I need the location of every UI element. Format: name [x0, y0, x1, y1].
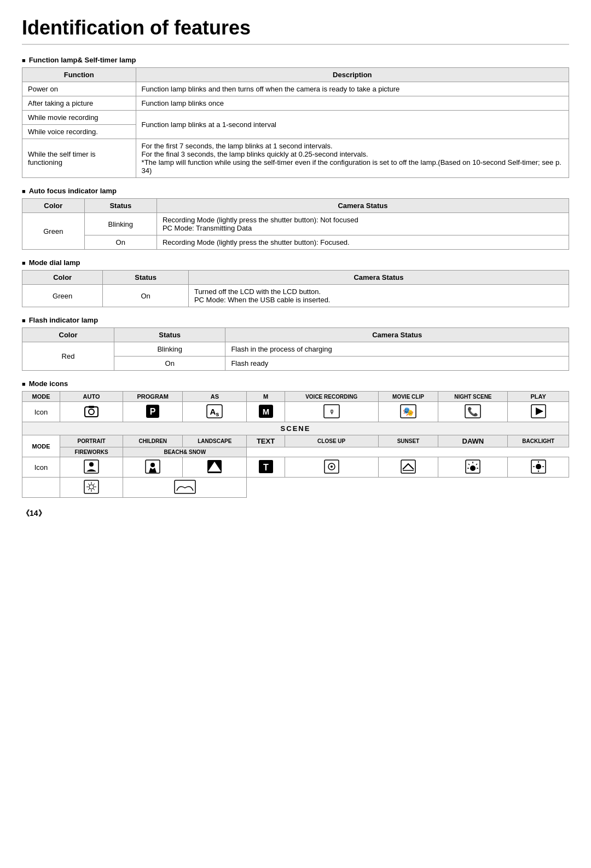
- svg-point-44: [89, 485, 94, 489]
- function-cell: Power on: [22, 82, 136, 96]
- svg-point-38: [536, 464, 541, 469]
- table-row: Green Blinking Recording Mode (lightly p…: [22, 213, 569, 235]
- icon-closeup: [285, 457, 378, 478]
- svg-line-50: [93, 488, 95, 490]
- camera-status-cell: Recording Mode (lightly press the shutte…: [157, 213, 569, 235]
- svg-point-18: [89, 462, 94, 467]
- svg-text:📞: 📞: [467, 406, 478, 417]
- svg-text:P: P: [150, 407, 156, 416]
- color-cell: Green: [22, 285, 103, 307]
- description-cell: For the first 7 seconds, the lamp blinks…: [136, 139, 569, 178]
- mode-header-voice: VOICE RECORDING: [285, 392, 378, 402]
- svg-point-31: [470, 465, 476, 471]
- svg-text:🎙: 🎙: [328, 409, 334, 415]
- table-row: Power on Function lamp blinks and then t…: [22, 82, 569, 96]
- camera-status-cell: Recording Mode (lightly press the shutte…: [157, 235, 569, 250]
- table-row: Icon T: [22, 457, 569, 478]
- svg-point-27: [331, 465, 333, 468]
- table-row: While the self timer is functioning For …: [22, 139, 569, 178]
- icon-backlight: [508, 457, 569, 478]
- function-cell: While voice recording.: [22, 125, 136, 139]
- function-cell: After taking a picture: [22, 96, 136, 111]
- fi-col-color: Color: [22, 328, 114, 342]
- status-cell: On: [84, 235, 157, 250]
- icon-landscape: [183, 457, 247, 478]
- table-row: FIREWORKS BEACH& SNOW: [22, 447, 569, 457]
- mode-header-as: AS: [183, 392, 247, 402]
- svg-line-51: [93, 484, 95, 485]
- mode-dial-section-label: Mode dial lamp: [22, 258, 569, 267]
- scene-children: CHILDREN: [123, 435, 183, 447]
- icon-voice: 🎙: [285, 402, 378, 422]
- icon-children: [123, 457, 183, 478]
- mode-dial-table: Color Status Camera Status Green On Turn…: [22, 270, 569, 307]
- scene-fireworks: FIREWORKS: [60, 447, 123, 457]
- mode-header-night: NIGHT SCENE: [438, 392, 508, 402]
- icon-sunset: [378, 457, 438, 478]
- table-row: Green On Turned off the LCD with the LCD…: [22, 285, 569, 307]
- empty-mode-label: [22, 478, 60, 498]
- scene-dawn: DAWN: [438, 435, 508, 447]
- svg-line-49: [88, 484, 90, 485]
- status-cell: Blinking: [114, 342, 225, 357]
- fi-col-status: Status: [114, 328, 225, 342]
- function-lamp-col-description: Description: [136, 68, 569, 82]
- md-col-color: Color: [22, 271, 103, 285]
- color-cell: Red: [22, 342, 114, 371]
- mode-header-auto: AUTO: [60, 392, 123, 402]
- camera-status-cell: Flash in the process of charging: [225, 342, 569, 357]
- description-cell: Function lamp blinks at a 1-second inter…: [136, 111, 569, 139]
- icon-portrait: [60, 457, 123, 478]
- svg-rect-2: [89, 406, 94, 408]
- icon-auto: [60, 402, 123, 422]
- description-cell: Function lamp blinks and then turns off …: [136, 82, 569, 96]
- svg-point-20: [150, 463, 155, 467]
- auto-focus-section-label: Auto focus indicator lamp: [22, 187, 569, 195]
- table-row: Icon P As M 🎙 🎭 📞: [22, 402, 569, 422]
- function-lamp-table: Function Description Power on Function l…: [22, 67, 569, 178]
- description-cell: Function lamp blinks once: [136, 96, 569, 111]
- status-cell: Blinking: [84, 213, 157, 235]
- svg-rect-0: [85, 407, 98, 417]
- icon-label-cell-2: Icon: [22, 457, 60, 478]
- page-title: Identification of features: [22, 16, 569, 45]
- color-cell: Green: [22, 213, 85, 250]
- af-col-camera-status: Camera Status: [157, 199, 569, 213]
- icon-text: T: [247, 457, 285, 478]
- svg-line-33: [468, 464, 470, 465]
- scene-landscape: LANDSCAPE: [183, 435, 247, 447]
- md-col-status: Status: [103, 271, 189, 285]
- page-number: 《14》: [22, 509, 569, 519]
- function-cell: While the self timer is functioning: [22, 139, 136, 178]
- status-cell: On: [114, 357, 225, 371]
- table-row: MODE PORTRAIT CHILDREN LANDSCAPE TEXT CL…: [22, 435, 569, 447]
- mode-icons-table: MODE AUTO PROGRAM AS M VOICE RECORDING M…: [22, 391, 569, 498]
- icon-movie: 🎭: [378, 402, 438, 422]
- svg-rect-28: [401, 460, 415, 473]
- icon-beach-snow: [123, 478, 247, 498]
- camera-status-cell: Flash ready: [225, 357, 569, 371]
- mode-header-play: PLAY: [508, 392, 569, 402]
- svg-rect-53: [175, 480, 195, 493]
- svg-text:T: T: [263, 463, 269, 472]
- icon-program: P: [123, 402, 183, 422]
- function-lamp-section-label: Function lamp& Self-timer lamp: [22, 56, 569, 64]
- md-col-camera-status: Camera Status: [188, 271, 569, 285]
- status-cell: On: [103, 285, 189, 307]
- table-row: Red Blinking Flash in the process of cha…: [22, 342, 569, 357]
- scene-beach-snow: BEACH& SNOW: [123, 447, 247, 457]
- mode-header-program: PROGRAM: [123, 392, 183, 402]
- scene-header-cell: SCENE: [22, 422, 569, 435]
- camera-status-cell: Turned off the LCD with the LCD button.P…: [188, 285, 569, 307]
- table-row: On Recording Mode (lightly press the shu…: [22, 235, 569, 250]
- svg-point-1: [89, 409, 94, 415]
- svg-marker-16: [536, 407, 543, 415]
- flash-indicator-section-label: Flash indicator lamp: [22, 316, 569, 324]
- mode-header-m: M: [247, 392, 285, 402]
- table-row: While movie recording Function lamp blin…: [22, 111, 569, 125]
- scene-sunset: SUNSET: [378, 435, 438, 447]
- af-col-status: Status: [84, 199, 157, 213]
- svg-text:M: M: [262, 407, 269, 416]
- table-row: MODE AUTO PROGRAM AS M VOICE RECORDING M…: [22, 392, 569, 402]
- svg-line-34: [476, 464, 477, 465]
